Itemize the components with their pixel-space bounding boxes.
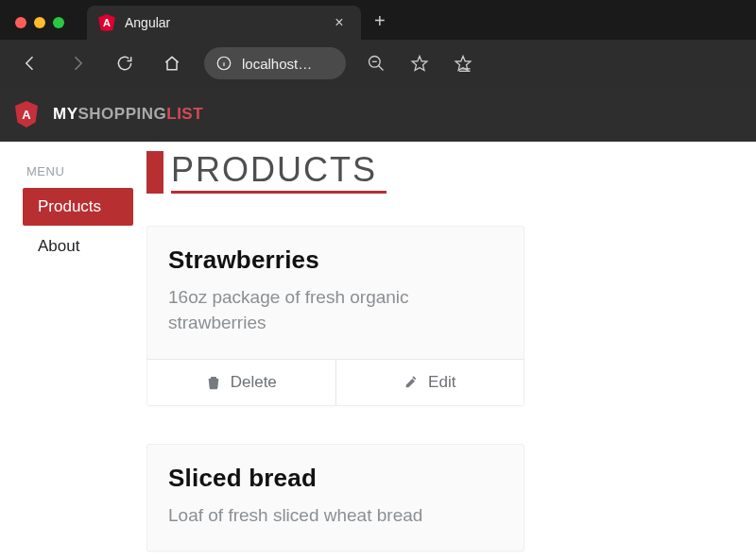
page-body: MENU Products About PRODUCTS Strawberrie… — [0, 142, 756, 559]
delete-label: Delete — [231, 373, 277, 392]
product-card-body: Strawberries 16oz package of fresh organ… — [147, 227, 524, 359]
title-accent-bar — [146, 151, 163, 194]
window-controls — [8, 17, 72, 40]
titlebar: Angular × + — [0, 0, 756, 40]
product-name: Strawberries — [168, 246, 503, 275]
brand-part-list: LIST — [166, 105, 203, 123]
browser-chrome: Angular × + localhost… — [0, 0, 756, 87]
minimize-window-button[interactable] — [34, 17, 45, 28]
product-description: 16oz package of fresh organic strawberri… — [168, 284, 503, 336]
zoom-out-button[interactable] — [357, 44, 395, 82]
favorite-button[interactable] — [401, 44, 438, 82]
app-header: MYSHOPPINGLIST — [0, 87, 756, 142]
browser-toolbar: localhost… — [0, 40, 756, 87]
sidebar: MENU Products About — [0, 142, 146, 559]
maximize-window-button[interactable] — [53, 17, 64, 28]
sidebar-item-label: About — [38, 237, 79, 255]
product-name: Sliced bread — [168, 464, 503, 493]
sidebar-item-products[interactable]: Products — [23, 188, 133, 226]
angular-favicon-icon — [98, 14, 115, 31]
brand-logo[interactable]: MYSHOPPINGLIST — [53, 105, 203, 124]
home-button[interactable] — [151, 44, 193, 82]
svg-line-4 — [379, 66, 384, 71]
edit-icon — [404, 375, 419, 390]
trash-icon — [206, 375, 221, 390]
back-button[interactable] — [9, 44, 51, 82]
sidebar-item-label: Products — [38, 197, 101, 215]
tab-title: Angular — [125, 15, 329, 30]
product-card: Sliced bread Loaf of fresh sliced wheat … — [146, 444, 524, 552]
brand-part-my: MY — [53, 105, 78, 123]
page-title-block: PRODUCTS — [146, 151, 728, 194]
close-tab-button[interactable]: × — [329, 12, 350, 33]
url-text: localhost… — [242, 56, 335, 72]
sidebar-item-about[interactable]: About — [23, 228, 133, 265]
edit-button[interactable]: Edit — [336, 360, 524, 405]
page-title: PRODUCTS — [171, 151, 387, 194]
forward-button[interactable] — [57, 44, 98, 82]
address-bar[interactable]: localhost… — [204, 47, 346, 79]
close-window-button[interactable] — [15, 17, 26, 28]
edit-label: Edit — [428, 373, 455, 392]
product-card-actions: Delete Edit — [147, 359, 524, 405]
reading-list-button[interactable] — [444, 44, 482, 82]
new-tab-button[interactable]: + — [361, 10, 399, 40]
product-description: Loaf of fresh sliced wheat bread — [168, 502, 503, 529]
product-card-body: Sliced bread Loaf of fresh sliced wheat … — [147, 445, 524, 551]
browser-tab[interactable]: Angular × — [87, 6, 361, 40]
brand-part-shopping: SHOPPING — [78, 105, 167, 123]
sidebar-heading: MENU — [0, 164, 146, 188]
tab-strip: Angular × + — [87, 0, 399, 40]
product-card: Strawberries 16oz package of fresh organ… — [146, 226, 524, 406]
reload-button[interactable] — [104, 44, 146, 82]
brand-shield-icon — [15, 101, 38, 127]
main-content: PRODUCTS Strawberries 16oz package of fr… — [146, 142, 756, 559]
delete-button[interactable]: Delete — [147, 360, 336, 405]
info-icon — [215, 55, 232, 72]
